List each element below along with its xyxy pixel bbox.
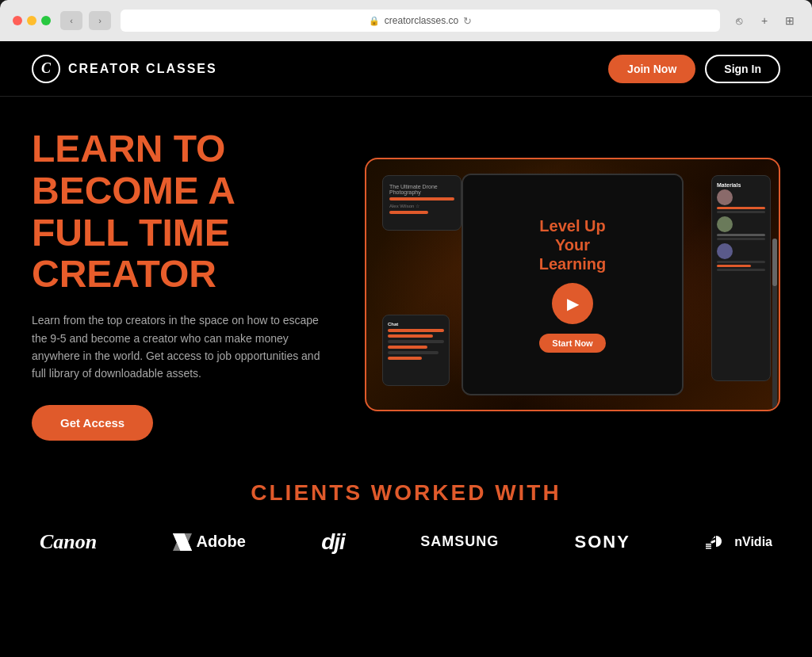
scrollbar[interactable]: [772, 239, 777, 411]
card-label: The Ultimate Drone Photography: [389, 184, 454, 195]
adobe-text: Adobe: [197, 533, 246, 551]
forward-icon: ›: [98, 16, 102, 25]
hero-left: LEARN TO BECOME A FULL TIME CREATOR Lear…: [32, 128, 333, 441]
tablet-screen: Level UpYourLearning ▶ Start Now: [463, 175, 682, 394]
video-mockup[interactable]: The Ultimate Drone Photography Alex Wils…: [365, 158, 780, 411]
samsung-logo: SAMSUNG: [420, 533, 499, 550]
avatar-3: [717, 243, 733, 259]
share-icon[interactable]: ⎋: [730, 11, 749, 30]
play-button[interactable]: ▶: [552, 283, 593, 324]
close-button[interactable]: [13, 16, 22, 25]
course-card: The Ultimate Drone Photography Alex Wils…: [382, 175, 462, 231]
adobe-logo: Adobe: [173, 533, 246, 551]
traffic-lights: [13, 16, 51, 25]
avatar-1: [717, 189, 733, 205]
sign-in-button[interactable]: Sign In: [705, 55, 780, 83]
hero-title: LEARN TO BECOME A FULL TIME CREATOR: [32, 128, 333, 296]
tab-grid-icon[interactable]: ⊞: [780, 11, 799, 30]
logo-icon: C: [32, 55, 60, 83]
browser-nav-controls: ‹ ›: [60, 11, 111, 30]
phone-label: Materials: [717, 182, 765, 188]
browser-chrome: ‹ › 🔒 creatorclasses.co ↻ ⎋ + ⊞: [0, 0, 812, 41]
nav-buttons: Join Now Sign In: [608, 55, 780, 83]
level-up-text: Level UpYourLearning: [539, 216, 606, 273]
clients-section: CLIENTS WORKED WITH Canon Adobe d: [0, 456, 812, 571]
back-button[interactable]: ‹: [60, 11, 82, 30]
get-access-button[interactable]: Get Access: [32, 405, 153, 441]
browser-actions: ⎋ + ⊞: [730, 11, 799, 30]
logo-text: CREATOR CLASSES: [68, 62, 217, 76]
start-now-button[interactable]: Start Now: [539, 334, 605, 353]
forward-button[interactable]: ›: [89, 11, 111, 30]
maximize-button[interactable]: [41, 16, 51, 25]
join-now-button[interactable]: Join Now: [608, 55, 695, 83]
new-tab-icon[interactable]: +: [755, 11, 774, 30]
canon-logo: Canon: [40, 530, 97, 554]
logo-letter: C: [41, 60, 51, 77]
back-icon: ‹: [70, 16, 73, 25]
adobe-icon: [173, 533, 192, 551]
refresh-icon: ↻: [463, 15, 472, 27]
navbar: C CREATOR CLASSES Join Now Sign In: [0, 41, 812, 97]
clients-title: CLIENTS WORKED WITH: [32, 480, 780, 506]
url-text: creatorclasses.co: [385, 15, 458, 26]
nvidia-logo: nVidia: [706, 533, 772, 551]
canon-text: Canon: [40, 530, 97, 554]
avatar-2: [717, 216, 733, 232]
hero-section: LEARN TO BECOME A FULL TIME CREATOR Lear…: [0, 97, 812, 456]
nvidia-icon: [706, 533, 730, 551]
samsung-text: SAMSUNG: [420, 533, 499, 550]
sony-logo: SONY: [575, 532, 630, 552]
clients-logos: Canon Adobe dji SAMSUNG: [32, 529, 780, 555]
hero-right: The Ultimate Drone Photography Alex Wils…: [365, 158, 780, 411]
lock-icon: 🔒: [369, 16, 380, 26]
scrollbar-thumb: [772, 239, 777, 286]
nvidia-text: nVidia: [734, 535, 772, 549]
card-user: Alex Wilson ☆: [389, 203, 454, 208]
chat-card: Chat: [382, 315, 450, 386]
tablet-mockup: Level UpYourLearning ▶ Start Now: [462, 174, 684, 395]
card-bar-2: [389, 211, 428, 214]
dji-logo: dji: [321, 529, 345, 555]
card-bar-1: [389, 197, 454, 201]
hero-description: Learn from the top creators in the space…: [32, 311, 333, 383]
logo-area: C CREATOR CLASSES: [32, 55, 217, 83]
phone-card: Materials: [711, 175, 771, 381]
minimize-button[interactable]: [27, 16, 36, 25]
address-bar[interactable]: 🔒 creatorclasses.co ↻: [121, 10, 720, 32]
sony-text: SONY: [575, 532, 630, 552]
dji-text: dji: [321, 529, 345, 555]
chat-label: Chat: [388, 322, 444, 327]
site-content: C CREATOR CLASSES Join Now Sign In LEARN…: [0, 41, 812, 657]
